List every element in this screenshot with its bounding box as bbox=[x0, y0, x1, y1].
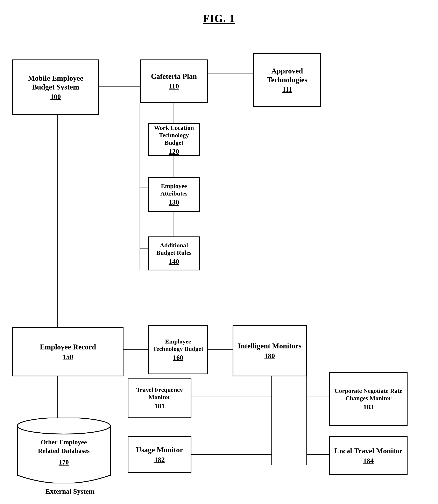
box-local-travel: Local Travel Monitor 184 bbox=[329, 436, 407, 475]
cylinder-other-employee-db: Other Employee Related Databases 170 bbox=[16, 417, 111, 483]
box-travel-frequency: Travel Frequency Monitor 181 bbox=[128, 378, 191, 417]
box-intelligent-monitors: Intelligent Monitors 180 bbox=[233, 325, 307, 376]
svg-text:Related Databases: Related Databases bbox=[38, 447, 90, 454]
box-usage-monitor: Usage Monitor 182 bbox=[128, 436, 191, 473]
box-additional-budget: Additional Budget Rules 140 bbox=[148, 236, 200, 270]
box-employee-tech-budget: Employee Technology Budget 160 bbox=[148, 325, 208, 374]
page-title: FIG. 1 bbox=[0, 0, 438, 33]
box-work-location: Work Location Technology Budget 120 bbox=[148, 123, 200, 156]
box-approved-technologies: Approved Technologies 111 bbox=[253, 53, 321, 107]
box-employee-attributes: Employee Attributes 130 bbox=[148, 177, 200, 212]
box-cafeteria-plan: Cafeteria Plan 110 bbox=[140, 59, 208, 103]
svg-point-22 bbox=[17, 417, 110, 434]
svg-text:Other Employee: Other Employee bbox=[41, 438, 87, 446]
box-employee-record: Employee Record 150 bbox=[12, 327, 123, 376]
box-corporate-negotiate: Corporate Negotiate Rate Changes Monitor… bbox=[329, 372, 407, 426]
svg-text:170: 170 bbox=[59, 459, 69, 466]
label-external-system: External System bbox=[33, 488, 107, 495]
box-mobile-employee: Mobile Employee Budget System 100 bbox=[12, 59, 99, 115]
